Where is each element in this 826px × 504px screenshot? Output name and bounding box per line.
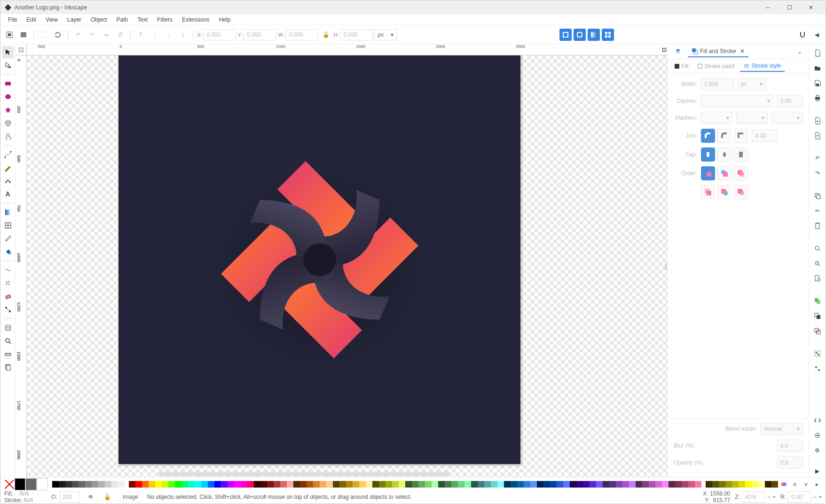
swatch[interactable]	[228, 481, 234, 488]
rotate-plus-icon[interactable]: +	[818, 494, 822, 500]
blur-input[interactable]: 0.0	[777, 440, 803, 452]
opacity-input[interactable]: 0.0	[777, 457, 803, 469]
selector-tool-icon[interactable]	[2, 46, 14, 58]
swatch[interactable]	[675, 481, 682, 488]
pencil-tool-icon[interactable]	[2, 162, 14, 174]
paintbucket-tool-icon[interactable]	[2, 246, 14, 258]
swatch[interactable]	[706, 481, 712, 488]
layer-lock-icon[interactable]: 🔓	[102, 491, 114, 503]
white-swatch[interactable]	[37, 478, 48, 490]
swatch[interactable]	[326, 481, 333, 488]
order-fms-icon[interactable]	[734, 166, 748, 180]
swatch[interactable]	[484, 481, 491, 488]
star-tool-icon[interactable]	[2, 104, 14, 116]
swatch[interactable]	[497, 481, 504, 488]
marker-mid[interactable]: ▾	[736, 112, 768, 124]
swatch[interactable]	[313, 481, 320, 488]
rectangle-tool-icon[interactable]	[2, 78, 14, 90]
palette-next-icon[interactable]: v	[801, 478, 812, 490]
swatch[interactable]	[346, 481, 353, 488]
menu-path[interactable]: Path	[112, 15, 133, 24]
swatch[interactable]	[596, 481, 603, 488]
dashes-offset-input[interactable]: 0.00	[777, 95, 803, 107]
ellipse-tool-icon[interactable]	[2, 91, 14, 103]
save-document-icon[interactable]	[811, 77, 824, 89]
3dbox-tool-icon[interactable]	[2, 117, 14, 129]
swatch[interactable]	[563, 481, 570, 488]
snapping-icon[interactable]	[796, 29, 809, 41]
menu-object[interactable]: Object	[86, 15, 112, 24]
swatch[interactable]	[385, 481, 392, 488]
swatch[interactable]	[307, 481, 313, 488]
preferences-icon[interactable]: ⚙	[811, 444, 824, 457]
swatch[interactable]	[188, 481, 195, 488]
swatch[interactable]	[98, 481, 105, 488]
swatch[interactable]	[267, 481, 274, 488]
x-input[interactable]: 0.000	[203, 29, 236, 40]
swatch[interactable]	[464, 481, 471, 488]
swatch[interactable]	[524, 481, 530, 488]
swatch[interactable]	[458, 481, 464, 488]
swatch[interactable]	[129, 481, 135, 488]
ruler-horizontal[interactable]: -500 0 500 1000 1500 2000 2500	[27, 44, 661, 55]
deselect-icon[interactable]	[38, 29, 50, 41]
swatch[interactable]	[339, 481, 346, 488]
swatch[interactable]	[241, 481, 247, 488]
swatch[interactable]	[765, 481, 771, 488]
marker-start[interactable]: ▾	[701, 112, 732, 124]
swatch[interactable]	[745, 481, 752, 488]
swatch[interactable]	[260, 481, 267, 488]
unit-select[interactable]: px▾	[374, 29, 397, 40]
menu-help[interactable]: Help	[214, 15, 236, 24]
duplicate-icon[interactable]	[811, 295, 824, 307]
menu-file[interactable]: File	[3, 15, 22, 24]
swatch[interactable]	[570, 481, 576, 488]
transform-scale-stroke-icon[interactable]	[559, 29, 572, 41]
swatch[interactable]	[491, 481, 497, 488]
swatch[interactable]	[771, 481, 778, 488]
fill-subtab[interactable]: Fill	[671, 61, 692, 71]
swatch[interactable]	[111, 481, 118, 488]
group-icon[interactable]	[811, 348, 824, 360]
swatch[interactable]	[300, 481, 307, 488]
swatch[interactable]	[537, 481, 543, 488]
zoom-tool-icon[interactable]	[2, 335, 14, 347]
dropper-tool-icon[interactable]	[2, 233, 14, 245]
swatch[interactable]	[254, 481, 260, 488]
fill-stroke-tab[interactable]: Fill and Stroke ✕	[688, 46, 748, 57]
maximize-button[interactable]: ☐	[779, 1, 800, 14]
swatch[interactable]	[471, 481, 478, 488]
swatch[interactable]	[155, 481, 162, 488]
dock-menu-icon[interactable]: ⌄	[794, 46, 806, 58]
order-mfs-icon[interactable]	[701, 185, 715, 199]
swatch[interactable]	[105, 481, 111, 488]
swatch[interactable]	[636, 481, 642, 488]
swatch[interactable]	[234, 481, 241, 488]
swatch[interactable]	[181, 481, 188, 488]
eraser-tool-icon[interactable]	[2, 290, 14, 302]
swatch[interactable]	[732, 481, 739, 488]
tweak-tool-icon[interactable]	[2, 264, 14, 276]
swatch[interactable]	[504, 481, 511, 488]
zoom-fit-icon[interactable]	[811, 242, 824, 255]
swatch[interactable]	[642, 481, 649, 488]
measure-tool-icon[interactable]	[2, 348, 14, 360]
calligraphy-tool-icon[interactable]	[2, 175, 14, 187]
text-tool-icon[interactable]: A	[2, 188, 14, 200]
swatch[interactable]	[287, 481, 293, 488]
flip-vertical-icon[interactable]: ⇵	[114, 29, 126, 41]
swatch[interactable]	[649, 481, 655, 488]
palette-menu-icon[interactable]: ▸	[811, 478, 823, 490]
swatch[interactable]	[712, 481, 719, 488]
swatch[interactable]	[142, 481, 149, 488]
ruler-vertical[interactable]: 0 250 500 750 1000 1250 1500 1750 2000	[16, 55, 27, 477]
lpe-tool-icon[interactable]	[2, 322, 14, 334]
swatch[interactable]	[655, 481, 662, 488]
swatch[interactable]	[478, 481, 484, 488]
swatch[interactable]	[719, 481, 725, 488]
panel-drag-handle[interactable]	[664, 259, 668, 273]
swatch[interactable]	[92, 481, 98, 488]
gradient-tool-icon[interactable]	[2, 206, 14, 218]
zoom-drawing-icon[interactable]	[811, 257, 824, 270]
spray-tool-icon[interactable]	[2, 277, 14, 289]
